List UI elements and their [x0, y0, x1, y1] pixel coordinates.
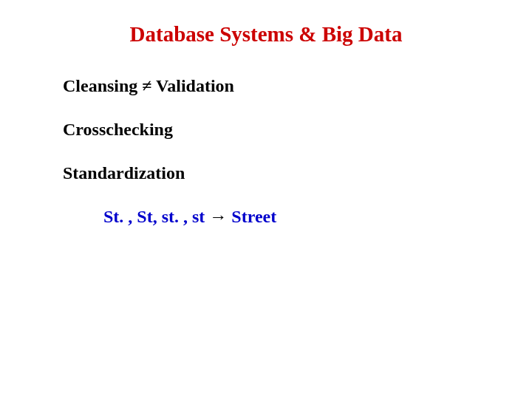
line-standardization: Standardization	[63, 163, 532, 183]
text-validation: Validation	[152, 76, 234, 95]
text-abbreviations: St. , St, st. , st	[103, 207, 209, 226]
line-cleansing: Cleansing ≠ Validation	[63, 76, 532, 96]
line-street-example: St. , St, st. , st → Street	[63, 207, 532, 227]
text-cleansing: Cleansing	[63, 76, 142, 95]
line-crosschecking: Crosschecking	[63, 120, 532, 140]
slide: Database Systems & Big Data Cleansing ≠ …	[0, 0, 532, 399]
slide-title: Database Systems & Big Data	[0, 22, 532, 47]
content: Cleansing ≠ Validation Crosschecking Sta…	[0, 76, 532, 227]
arrow-icon: →	[209, 207, 227, 226]
not-equal-symbol: ≠	[142, 76, 151, 95]
text-street: Street	[227, 207, 276, 226]
